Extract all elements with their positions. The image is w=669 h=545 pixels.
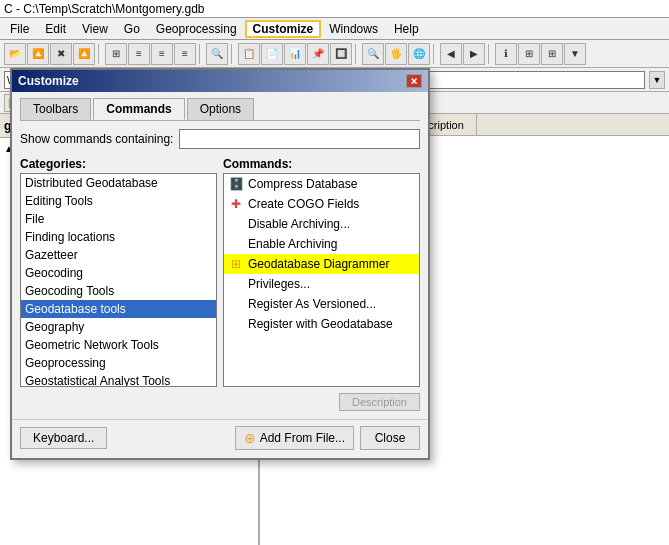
cmd-item-3[interactable]: Enable Archiving [224, 234, 419, 254]
show-commands-label: Show commands containing: [20, 132, 173, 146]
footer-left: Keyboard... [20, 427, 107, 449]
cmd-item-7[interactable]: Register with Geodatabase [224, 314, 419, 334]
cmd-item-5[interactable]: Privileges... [224, 274, 419, 294]
toolbar-sep-4 [355, 44, 359, 64]
toolbar-btn-4[interactable]: 🔼 [73, 43, 95, 65]
add-from-file-icon: ⊕ [244, 430, 256, 446]
keyboard-button[interactable]: Keyboard... [20, 427, 107, 449]
menu-windows[interactable]: Windows [321, 20, 386, 38]
toolbar-sep-6 [488, 44, 492, 64]
toolbar-btn-7[interactable]: ≡ [151, 43, 173, 65]
toolbar-btn-1[interactable]: 📂 [4, 43, 26, 65]
toolbar-btn-5[interactable]: ⊞ [105, 43, 127, 65]
toolbar-btn-info[interactable]: ℹ [495, 43, 517, 65]
toolbar-btn-back[interactable]: ◀ [440, 43, 462, 65]
cat-item-5[interactable]: Geocoding [21, 264, 216, 282]
commands-list[interactable]: 🗄️ Compress Database ✚ Create COGO Field… [223, 173, 420, 387]
footer-right: ⊕ Add From File... Close [235, 426, 420, 450]
cmd-icon-4: ⊞ [228, 256, 244, 272]
dialog-close-button[interactable]: × [406, 74, 422, 88]
cmd-icon-7 [228, 316, 244, 332]
toolbar-btn-zoom[interactable]: 🔍 [362, 43, 384, 65]
cat-item-7[interactable]: Geodatabase tools [21, 300, 216, 318]
main-toolbar: 📂 🔼 ✖ 🔼 ⊞ ≡ ≡ ≡ 🔍 📋 📄 📊 📌 🔲 🔍 🖐 🌐 ◀ ▶ ℹ … [0, 40, 669, 68]
cmd-item-0[interactable]: 🗄️ Compress Database [224, 174, 419, 194]
toolbar-sep-3 [231, 44, 235, 64]
cat-item-1[interactable]: Editing Tools [21, 192, 216, 210]
menu-view[interactable]: View [74, 20, 116, 38]
toolbar-btn-10[interactable]: 📄 [261, 43, 283, 65]
dialog-footer: Keyboard... ⊕ Add From File... Close [12, 419, 428, 458]
cat-item-0[interactable]: Distributed Geodatabase [21, 174, 216, 192]
dialog-tab-commands[interactable]: Commands [93, 98, 184, 120]
dialog-body: Toolbars Commands Options Show commands … [12, 92, 428, 415]
cat-item-10[interactable]: Geoprocessing [21, 354, 216, 372]
title-text: C - C:\Temp\Scratch\Montgomery.gdb [4, 2, 205, 16]
title-bar: C - C:\Temp\Scratch\Montgomery.gdb [0, 0, 669, 18]
cat-item-11[interactable]: Geostatistical Analyst Tools [21, 372, 216, 387]
cmd-icon-1: ✚ [228, 196, 244, 212]
two-column-area: Categories: Distributed Geodatabase Edit… [20, 157, 420, 387]
cmd-icon-0: 🗄️ [228, 176, 244, 192]
menu-go[interactable]: Go [116, 20, 148, 38]
dialog-tab-toolbars[interactable]: Toolbars [20, 98, 91, 120]
toolbar-btn-globe[interactable]: 🌐 [408, 43, 430, 65]
cmd-icon-2 [228, 216, 244, 232]
toolbar-btn-13[interactable]: 🔲 [330, 43, 352, 65]
cmd-item-2[interactable]: Disable Archiving... [224, 214, 419, 234]
commands-column: Commands: 🗄️ Compress Database ✚ Create … [223, 157, 420, 387]
cmd-item-4[interactable]: ⊞ Geodatabase Diagrammer [224, 254, 419, 274]
menu-customize[interactable]: Customize [245, 20, 322, 38]
cat-item-8[interactable]: Geography [21, 318, 216, 336]
description-area: Description [20, 393, 420, 411]
cat-item-4[interactable]: Gazetteer [21, 246, 216, 264]
customize-dialog: Customize × Toolbars Commands Options Sh… [10, 68, 430, 460]
toolbar-btn-fwd[interactable]: ▶ [463, 43, 485, 65]
menu-file[interactable]: File [2, 20, 37, 38]
toolbar-btn-3[interactable]: ✖ [50, 43, 72, 65]
toolbar-btn-8[interactable]: ≡ [174, 43, 196, 65]
cat-item-3[interactable]: Finding locations [21, 228, 216, 246]
toolbar-btn-11[interactable]: 📊 [284, 43, 306, 65]
toolbar-sep-2 [199, 44, 203, 64]
cmd-item-1[interactable]: ✚ Create COGO Fields [224, 194, 419, 214]
menu-bar: File Edit View Go Geoprocessing Customiz… [0, 18, 669, 40]
cmd-item-6[interactable]: Register As Versioned... [224, 294, 419, 314]
menu-help[interactable]: Help [386, 20, 427, 38]
categories-column: Categories: Distributed Geodatabase Edit… [20, 157, 217, 387]
show-commands-row: Show commands containing: [20, 129, 420, 149]
toolbar-btn-14[interactable]: 🖐 [385, 43, 407, 65]
show-commands-input[interactable] [179, 129, 420, 149]
toolbar-sep-1 [98, 44, 102, 64]
categories-list[interactable]: Distributed Geodatabase Editing Tools Fi… [20, 173, 217, 387]
toolbar-btn-drop[interactable]: ▼ [564, 43, 586, 65]
toolbar-sep-5 [433, 44, 437, 64]
add-from-file-label: Add From File... [260, 431, 345, 445]
dialog-title-bar[interactable]: Customize × [12, 70, 428, 92]
cat-item-2[interactable]: File [21, 210, 216, 228]
toolbar-btn-2[interactable]: 🔼 [27, 43, 49, 65]
add-from-file-button[interactable]: ⊕ Add From File... [235, 426, 354, 450]
cat-item-6[interactable]: Geocoding Tools [21, 282, 216, 300]
cmd-icon-3 [228, 236, 244, 252]
dialog-title-text: Customize [18, 74, 79, 88]
toolbar-btn-15[interactable]: ⊞ [518, 43, 540, 65]
toolbar-btn-16[interactable]: ⊞ [541, 43, 563, 65]
cmd-icon-6 [228, 296, 244, 312]
address-dropdown[interactable]: ▼ [649, 71, 665, 89]
description-button[interactable]: Description [339, 393, 420, 411]
menu-edit[interactable]: Edit [37, 20, 74, 38]
dialog-tab-options[interactable]: Options [187, 98, 254, 120]
cmd-icon-5 [228, 276, 244, 292]
toolbar-btn-search[interactable]: 🔍 [206, 43, 228, 65]
cat-item-9[interactable]: Geometric Network Tools [21, 336, 216, 354]
menu-geoprocessing[interactable]: Geoprocessing [148, 20, 245, 38]
categories-label: Categories: [20, 157, 217, 171]
commands-label: Commands: [223, 157, 420, 171]
close-button[interactable]: Close [360, 426, 420, 450]
dialog-tabs: Toolbars Commands Options [20, 98, 420, 121]
toolbar-btn-9[interactable]: 📋 [238, 43, 260, 65]
toolbar-btn-6[interactable]: ≡ [128, 43, 150, 65]
toolbar-btn-12[interactable]: 📌 [307, 43, 329, 65]
